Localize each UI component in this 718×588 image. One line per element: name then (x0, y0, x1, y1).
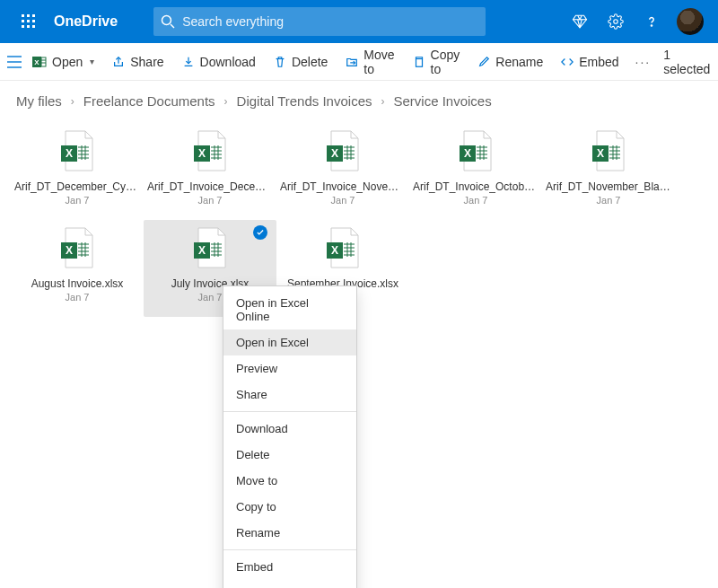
context-menu-item[interactable]: Move to (223, 468, 356, 494)
rename-icon (477, 56, 490, 68)
embed-label: Embed (579, 55, 618, 69)
svg-rect-2 (32, 14, 35, 17)
svg-text:X: X (66, 244, 73, 257)
premium-button[interactable] (562, 0, 598, 43)
context-menu-item[interactable]: Version history (223, 580, 356, 588)
file-date: Jan 7 (331, 195, 355, 206)
menu-divider (223, 549, 356, 550)
svg-rect-0 (22, 14, 24, 17)
chevron-right-icon: › (381, 95, 384, 108)
delete-icon (274, 56, 286, 68)
file-date: Jan 7 (66, 292, 90, 303)
file-thumbnail: X (318, 128, 368, 175)
open-button[interactable]: X Open ▾ (25, 48, 101, 76)
move-to-button[interactable]: Move to (338, 48, 401, 76)
app-launcher-button[interactable] (7, 0, 50, 43)
context-menu-item[interactable]: Embed (223, 554, 356, 580)
context-menu-item[interactable]: Delete (223, 442, 356, 468)
svg-rect-6 (22, 25, 24, 28)
file-name: Arif_DT_November_Black_F... (546, 180, 671, 193)
context-menu-item[interactable]: Open in Excel Online (223, 290, 356, 329)
file-name: Arif_DT_Invoice_November... (280, 180, 406, 193)
embed-button[interactable]: Embed (554, 48, 626, 76)
svg-line-10 (171, 24, 174, 28)
rename-label: Rename (495, 55, 543, 69)
delete-label: Delete (292, 55, 328, 69)
download-label: Download (200, 55, 256, 69)
svg-rect-4 (27, 20, 30, 22)
more-icon: ··· (635, 55, 652, 69)
svg-point-12 (651, 25, 652, 26)
context-menu: Open in Excel OnlineOpen in ExcelPreview… (223, 285, 357, 588)
file-name: Arif_DT_Invoice_December... (147, 180, 273, 193)
file-name: Arif_DT_Invoice_October_2... (413, 180, 538, 193)
file-thumbnail: X (451, 128, 501, 175)
svg-text:X: X (198, 147, 206, 160)
context-menu-item[interactable]: Share (223, 382, 356, 408)
hamburger-icon (7, 56, 22, 68)
file-date: Jan 7 (597, 195, 621, 206)
selection-count: 1 selected ✕ (663, 48, 718, 76)
user-avatar[interactable] (677, 8, 704, 35)
file-thumbnail: X (583, 128, 634, 175)
file-item[interactable]: X Arif_DT_Invoice_October_2... Jan 7 (409, 123, 542, 220)
breadcrumb-item[interactable]: Freelance Documents (83, 93, 215, 109)
svg-rect-1 (27, 14, 30, 17)
file-item[interactable]: X Arif_DT_Invoice_November... Jan 7 (276, 123, 409, 220)
app-brand[interactable]: OneDrive (54, 13, 118, 30)
delete-button[interactable]: Delete (267, 48, 335, 76)
file-thumbnail: X (185, 128, 235, 175)
file-date: Jan 7 (198, 195, 223, 206)
file-item[interactable]: X Arif_DT_December_Cyber_... Jan 7 (11, 123, 144, 220)
search-input[interactable] (182, 7, 486, 36)
chevron-down-icon: ▾ (90, 57, 94, 66)
context-menu-item[interactable]: Open in Excel (223, 329, 356, 355)
context-menu-item[interactable]: Preview (223, 355, 356, 382)
share-icon (112, 56, 125, 68)
move-to-label: Move to (363, 48, 394, 76)
selection-check-icon (253, 225, 267, 240)
file-item[interactable]: X Arif_DT_November_Black_F... Jan 7 (542, 123, 675, 220)
command-bar: X Open ▾ Share Download Delete Move to C… (0, 43, 718, 81)
copy-to-button[interactable]: Copy to (406, 48, 468, 76)
file-item[interactable]: X August Invoice.xlsx Jan 7 (11, 220, 144, 317)
nav-toggle-button[interactable] (7, 48, 22, 76)
selection-count-label: 1 selected (663, 48, 710, 76)
copy-icon (413, 56, 425, 68)
rename-button[interactable]: Rename (470, 48, 550, 76)
breadcrumb-item[interactable]: Digital Trends Invoices (237, 93, 372, 109)
svg-point-9 (162, 16, 171, 25)
app-header: OneDrive (0, 0, 718, 43)
breadcrumb-item[interactable]: My files (16, 93, 62, 109)
download-button[interactable]: Download (175, 48, 263, 76)
file-thumbnail: X (52, 128, 102, 175)
settings-button[interactable] (598, 0, 634, 43)
chevron-right-icon: › (224, 95, 228, 108)
svg-text:X: X (66, 147, 73, 160)
svg-point-11 (614, 20, 618, 24)
help-icon (644, 13, 660, 30)
download-icon (182, 56, 195, 68)
breadcrumb-item[interactable]: Service Invoices (393, 93, 491, 109)
svg-text:X: X (331, 244, 338, 257)
context-menu-item[interactable]: Download (223, 416, 356, 442)
share-label: Share (130, 55, 163, 69)
svg-rect-22 (416, 58, 422, 66)
help-button[interactable] (634, 0, 670, 43)
more-button[interactable]: ··· (630, 48, 657, 76)
file-date: Jan 7 (198, 292, 223, 303)
waffle-icon (22, 14, 36, 29)
file-grid: X Arif_DT_December_Cyber_... Jan 7 X Ari… (0, 119, 718, 320)
context-menu-item[interactable]: Copy to (223, 494, 356, 520)
file-item[interactable]: X Arif_DT_Invoice_December... Jan 7 (144, 123, 276, 220)
diamond-icon (572, 13, 588, 30)
svg-rect-18 (41, 57, 46, 66)
share-button[interactable]: Share (105, 48, 171, 76)
copy-to-label: Copy to (431, 48, 460, 76)
embed-icon (561, 56, 574, 68)
context-menu-item[interactable]: Rename (223, 520, 356, 546)
svg-text:X: X (331, 147, 338, 160)
search-box[interactable] (153, 7, 486, 36)
file-date: Jan 7 (464, 195, 488, 206)
file-name: August Invoice.xlsx (14, 277, 140, 290)
